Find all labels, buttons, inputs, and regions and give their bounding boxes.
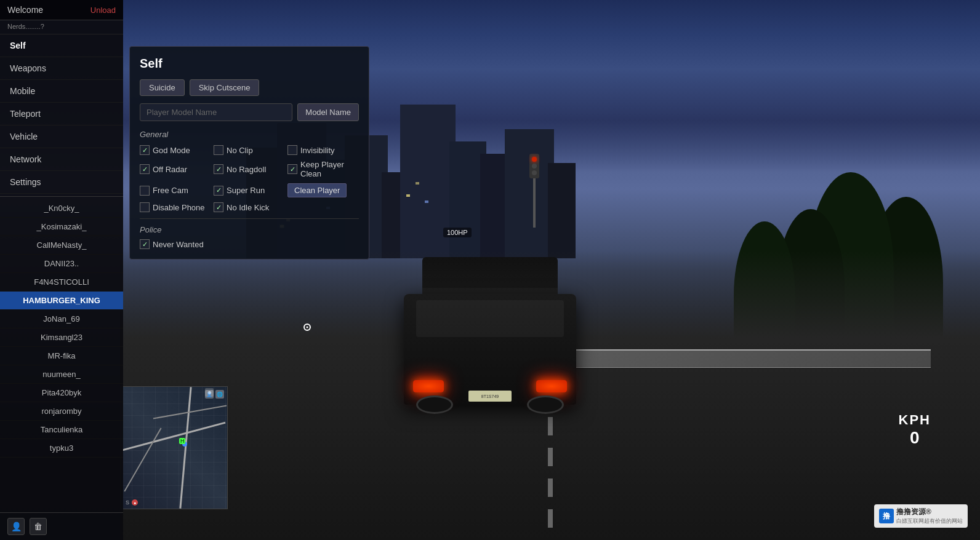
sidebar-player-p12[interactable]: ronjaromby: [0, 402, 123, 421]
watermark-logo: 撸: [879, 509, 894, 523]
option-off-radar[interactable]: Off Radar: [140, 160, 211, 178]
off-radar-label: Off Radar: [153, 165, 187, 174]
free-cam-label: Free Cam: [153, 186, 188, 195]
sidebar-player-p8[interactable]: Kimsangl23: [0, 328, 123, 347]
option-god-mode[interactable]: God Mode: [140, 145, 211, 155]
invisibility-label: Invisibility: [300, 146, 335, 155]
option-keep-player-clean[interactable]: Keep Player Clean: [287, 160, 359, 178]
option-invisibility[interactable]: Invisibility: [287, 145, 359, 155]
player-vehicle: 8T1S749: [404, 294, 576, 429]
off-radar-check[interactable]: [140, 164, 150, 174]
sidebar-player-p6[interactable]: HAMBURGER_KING: [0, 292, 123, 310]
panel-input-row: Model Name: [140, 103, 359, 121]
sidebar-divider: [0, 196, 123, 197]
sidebar-nav: SelfWeaponsMobileTeleportVehicleNetworkS…: [0, 34, 123, 194]
player-model-input[interactable]: [140, 103, 292, 121]
no-clip-check[interactable]: [214, 145, 223, 155]
option-no-idle-kick[interactable]: No Idle Kick: [214, 202, 285, 212]
sidebar-player-p1[interactable]: _Kn0cky_: [0, 199, 123, 218]
keep-player-clean-label: Keep Player Clean: [300, 160, 359, 178]
vehicle-tail-light-left: [413, 380, 444, 392]
police-section: Police Never Wanted: [140, 225, 359, 249]
speed-label: KPH: [899, 412, 931, 428]
sidebar-footer: 👤 🗑: [0, 512, 123, 540]
minimap-content: H 👤 🌐 ⊕ S ●: [121, 387, 227, 509]
sidebar-player-p4[interactable]: DANII23..: [0, 255, 123, 273]
no-ragdoll-check[interactable]: [214, 164, 223, 174]
sidebar-players-list: _Kn0cky__Kosimazaki_CallMeNasty_DANII23.…: [0, 199, 123, 512]
general-options-grid: God Mode No Clip Invisibility Off Radar …: [140, 145, 359, 212]
sidebar-player-p13[interactable]: Tanculienka: [0, 421, 123, 439]
hud-speed: KPH 0: [899, 412, 931, 448]
clean-player-button[interactable]: Clean Player: [287, 183, 347, 197]
skip_cutscene-button[interactable]: Skip Cutscene: [190, 79, 260, 96]
sidebar-player-p5[interactable]: F4N4STICOLLI: [0, 273, 123, 292]
self-panel: Self SuicideSkip Cutscene Model Name Gen…: [129, 46, 369, 260]
god-mode-check[interactable]: [140, 145, 150, 155]
traffic-light-red: [532, 157, 537, 162]
police-section-label: Police: [140, 225, 359, 234]
sidebar-item-network[interactable]: Network: [0, 148, 123, 171]
sidebar-footer-person-btn[interactable]: 👤: [7, 518, 25, 535]
sidebar-player-p14[interactable]: typku3: [0, 439, 123, 458]
vehicle-tail-light-right: [536, 380, 567, 392]
option-clean-player[interactable]: Clean Player: [287, 183, 359, 197]
watermark: 撸 撸撸资源® 白嫖互联网超有价值的网站: [874, 504, 968, 528]
panel-action-buttons: SuicideSkip Cutscene: [140, 79, 359, 96]
no-idle-kick-label: No Idle Kick: [227, 203, 269, 212]
traffic-light: [529, 154, 539, 228]
sidebar-item-teleport[interactable]: Teleport: [0, 103, 123, 125]
option-free-cam[interactable]: Free Cam: [140, 183, 211, 197]
panel-title: Self: [140, 57, 359, 71]
sidebar-item-mobile[interactable]: Mobile: [0, 80, 123, 103]
no-clip-label: No Clip: [227, 146, 253, 155]
model-name-button[interactable]: Model Name: [297, 103, 359, 121]
free-cam-check[interactable]: [140, 186, 150, 196]
invisibility-check[interactable]: [287, 145, 297, 155]
option-no-ragdoll[interactable]: No Ragdoll: [214, 160, 285, 178]
disable-phone-check[interactable]: [140, 202, 150, 212]
general-section-label: General: [140, 130, 359, 139]
sidebar-item-vehicle[interactable]: Vehicle: [0, 125, 123, 148]
sidebar-item-weapons[interactable]: Weapons: [0, 57, 123, 80]
hud-hp: 100HP: [443, 228, 472, 237]
unload-button[interactable]: Unload: [90, 6, 116, 15]
sidebar: Welcome Unload Nerds........? SelfWeapon…: [0, 0, 123, 540]
keep-player-clean-check[interactable]: [287, 164, 297, 174]
option-never-wanted[interactable]: Never Wanted: [140, 239, 359, 249]
traffic-light-yellow: [532, 164, 537, 169]
traffic-light-green: [532, 170, 537, 175]
general-police-divider: [140, 218, 359, 219]
sidebar-player-p10[interactable]: nuumeen_: [0, 365, 123, 384]
sidebar-player-p7[interactable]: JoNan_69: [0, 310, 123, 328]
sidebar-welcome-label: Welcome: [7, 5, 43, 15]
no-ragdoll-label: No Ragdoll: [227, 165, 266, 174]
option-super-run[interactable]: Super Run: [214, 183, 285, 197]
speed-value: 0: [899, 428, 931, 448]
super-run-label: Super Run: [227, 186, 265, 195]
disable-phone-label: Disable Phone: [153, 203, 205, 212]
watermark-text: 撸撸资源® 白嫖互联网超有价值的网站: [896, 507, 963, 525]
minimap: H 👤 🌐 ⊕ S ●: [120, 386, 228, 509]
vehicle-body: 8T1S749: [404, 294, 576, 405]
sidebar-footer-trash-btn[interactable]: 🗑: [30, 518, 47, 535]
suicide-button[interactable]: Suicide: [140, 79, 185, 96]
sidebar-player-p3[interactable]: CallMeNasty_: [0, 236, 123, 255]
vehicle-plate: 8T1S749: [468, 391, 512, 402]
super-run-check[interactable]: [214, 186, 223, 196]
sidebar-item-settings[interactable]: Settings: [0, 171, 123, 194]
sidebar-player-p11[interactable]: Pita420byk: [0, 384, 123, 402]
no-idle-kick-check[interactable]: [214, 202, 223, 212]
god-mode-label: God Mode: [153, 146, 190, 155]
option-no-clip[interactable]: No Clip: [214, 145, 285, 155]
option-disable-phone[interactable]: Disable Phone: [140, 202, 211, 212]
sidebar-header: Welcome Unload: [0, 0, 123, 20]
never-wanted-check[interactable]: [140, 239, 150, 249]
sidebar-player-p2[interactable]: _Kosimazaki_: [0, 218, 123, 236]
sidebar-player-p9[interactable]: MR-fika: [0, 347, 123, 365]
sidebar-item-self[interactable]: Self: [0, 34, 123, 57]
sidebar-username: Nerds........?: [0, 20, 123, 34]
never-wanted-label: Never Wanted: [153, 240, 204, 249]
